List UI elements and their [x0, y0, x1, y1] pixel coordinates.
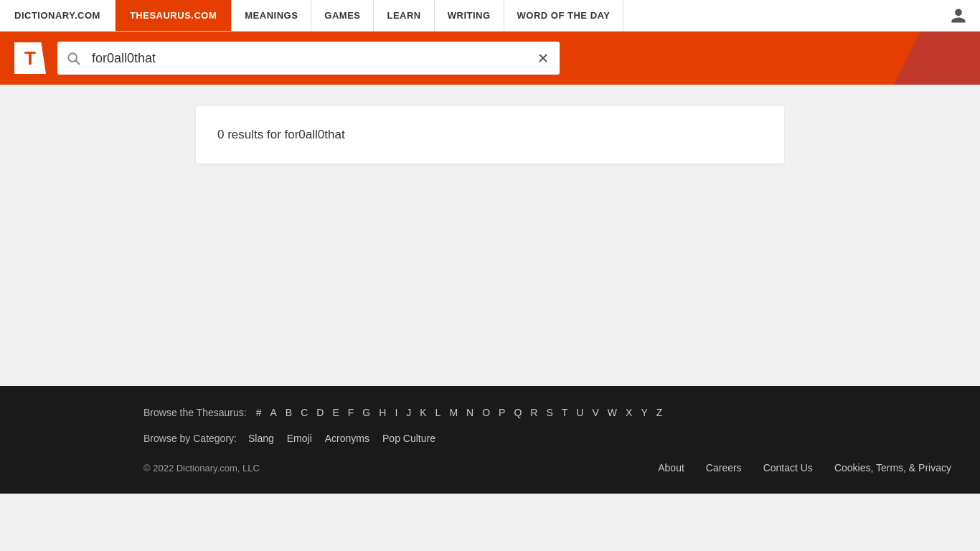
letter-x[interactable]: X — [623, 406, 634, 419]
category-acronyms[interactable]: Acronyms — [321, 432, 374, 445]
category-slang[interactable]: Slang — [244, 432, 278, 445]
letter-w[interactable]: W — [606, 406, 619, 419]
letter-n[interactable]: N — [464, 406, 476, 419]
site-header: T — [0, 32, 980, 85]
search-icon — [57, 51, 89, 65]
footer-links: About Careers Contact Us Cookies, Terms,… — [658, 462, 951, 474]
letter-k[interactable]: K — [418, 406, 428, 419]
letter-l[interactable]: L — [433, 406, 443, 419]
letter-m[interactable]: M — [447, 406, 460, 419]
letter-y[interactable]: Y — [639, 406, 649, 419]
letter-d[interactable]: D — [314, 406, 326, 419]
careers-link[interactable]: Careers — [706, 462, 742, 474]
top-navigation: DICTIONARY.COM THESAURUS.COM MEANINGS GA… — [0, 0, 980, 32]
contact-us-link[interactable]: Contact Us — [763, 462, 813, 474]
letter-h[interactable]: H — [377, 406, 388, 419]
svg-line-1 — [76, 61, 80, 65]
letter-j[interactable]: J — [404, 406, 413, 419]
letter-o[interactable]: O — [480, 406, 492, 419]
browse-category-label: Browse by Category: — [143, 433, 237, 444]
clear-icon — [537, 52, 550, 65]
nav-writing[interactable]: WRITING — [435, 0, 504, 31]
search-clear-button[interactable] — [527, 52, 560, 65]
letter-a[interactable]: A — [268, 406, 279, 419]
site-footer: Browse the Thesaurus: # A B C D E F G H … — [0, 386, 980, 494]
letter-c[interactable]: C — [298, 406, 310, 419]
results-box: 0 results for for0all0that — [196, 106, 784, 164]
letter-hash[interactable]: # — [254, 406, 264, 419]
letter-f[interactable]: F — [346, 406, 357, 419]
browse-category-row: Browse by Category: Slang Emoji Acronyms… — [143, 432, 951, 445]
thesaurus-link[interactable]: THESAURUS.COM — [116, 0, 232, 31]
letter-u[interactable]: U — [574, 406, 585, 419]
dictionary-link[interactable]: DICTIONARY.COM — [0, 0, 116, 31]
header-decoration — [894, 32, 980, 85]
letter-v[interactable]: V — [590, 406, 600, 419]
footer-bottom: © 2022 Dictionary.com, LLC About Careers… — [143, 462, 951, 474]
letter-s[interactable]: S — [544, 406, 555, 419]
copyright-text: © 2022 Dictionary.com, LLC — [143, 463, 260, 474]
letter-r[interactable]: R — [528, 406, 540, 419]
main-content: 0 results for for0all0that — [0, 85, 980, 386]
site-logo[interactable]: T — [14, 42, 46, 74]
nav-word-of-the-day[interactable]: WORD OF THE DAY — [504, 0, 624, 31]
cookies-terms-privacy-link[interactable]: Cookies, Terms, & Privacy — [834, 462, 951, 474]
about-link[interactable]: About — [658, 462, 684, 474]
account-icon — [950, 7, 967, 24]
search-input[interactable] — [89, 51, 527, 66]
letter-z[interactable]: Z — [654, 406, 665, 419]
letter-i[interactable]: I — [392, 406, 400, 419]
letter-b[interactable]: B — [283, 406, 294, 419]
nav-games[interactable]: GAMES — [311, 0, 374, 31]
category-emoji[interactable]: Emoji — [283, 432, 316, 445]
magnifier-icon — [66, 51, 80, 65]
letter-q[interactable]: Q — [512, 406, 524, 419]
results-text: 0 results for for0all0that — [217, 128, 345, 141]
letter-t[interactable]: T — [560, 406, 570, 419]
browse-thesaurus-label: Browse the Thesaurus: — [143, 407, 247, 418]
letter-p[interactable]: P — [496, 406, 507, 419]
browse-thesaurus-row: Browse the Thesaurus: # A B C D E F G H … — [143, 406, 951, 419]
category-pop-culture[interactable]: Pop Culture — [378, 432, 440, 445]
search-form — [57, 42, 560, 75]
nav-meanings[interactable]: MEANINGS — [232, 0, 311, 31]
user-account-icon[interactable] — [937, 0, 980, 31]
letter-g[interactable]: G — [360, 406, 372, 419]
nav-learn[interactable]: LEARN — [374, 0, 434, 31]
letter-e[interactable]: E — [330, 406, 341, 419]
nav-links: MEANINGS GAMES LEARN WRITING WORD OF THE… — [232, 0, 937, 31]
